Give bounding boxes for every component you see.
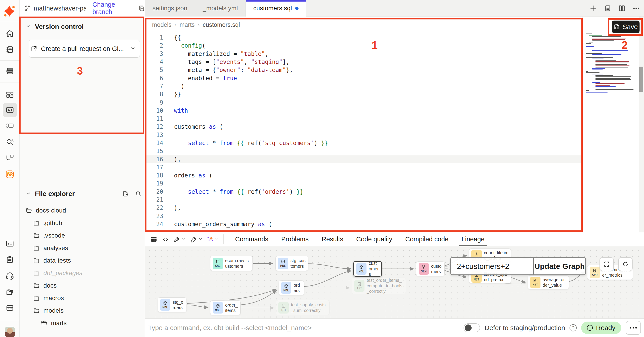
bottom-tab-results[interactable]: Results bbox=[322, 232, 343, 246]
code-line-24[interactable]: 24customer_orders_summary as ( bbox=[145, 220, 582, 228]
code-line-10[interactable]: 10with bbox=[145, 107, 582, 115]
code-line-17[interactable]: 17 bbox=[145, 163, 582, 171]
command-input[interactable]: Type a command, ex. dbt build --select <… bbox=[148, 324, 464, 332]
lineage-node-stg_customers[interactable]: MDLstg_customers bbox=[276, 256, 308, 271]
code-line-1[interactable]: 1{{ bbox=[145, 33, 582, 41]
code-line-22[interactable]: 22), bbox=[145, 204, 582, 212]
code-line-19[interactable]: 19 bbox=[145, 179, 582, 188]
lineage-node-customers[interactable]: MDLcustomers bbox=[353, 261, 382, 277]
terminal-icon[interactable] bbox=[3, 236, 17, 251]
code-line-13[interactable]: 13 bbox=[145, 131, 582, 139]
results-table-icon[interactable] bbox=[148, 234, 160, 245]
code-line-8[interactable]: 8}} bbox=[145, 90, 582, 98]
code-line-9[interactable]: 9 bbox=[145, 98, 582, 106]
code-line-15[interactable]: 15 bbox=[145, 147, 582, 155]
code-line-12[interactable]: 12customers as ( bbox=[145, 123, 582, 131]
compile-code-icon[interactable] bbox=[160, 234, 171, 245]
tree-item-.vscode[interactable]: .vscode bbox=[20, 229, 144, 242]
bottom-tab-code-quality[interactable]: Code quality bbox=[356, 232, 392, 246]
tab-settings.json[interactable]: settings.json bbox=[145, 0, 195, 16]
breadcrumb-segment[interactable]: models bbox=[152, 21, 172, 28]
code-line-20[interactable]: 20 select * from {{ ref('orders') }} bbox=[145, 188, 582, 196]
headset-support-icon[interactable] bbox=[3, 269, 17, 283]
update-graph-button[interactable]: Update Graph bbox=[533, 258, 585, 275]
lineage-node-orders[interactable]: MDLorders bbox=[278, 281, 304, 295]
dashboard-icon[interactable] bbox=[3, 88, 17, 102]
code-editor-icon[interactable] bbox=[3, 103, 17, 117]
scrollbar-thumb[interactable] bbox=[639, 67, 643, 92]
tree-item-docs-cloud[interactable]: docs-cloud bbox=[20, 204, 144, 217]
new-tab-icon[interactable] bbox=[588, 3, 598, 13]
save-button[interactable]: Save bbox=[612, 20, 640, 33]
create-pr-caret[interactable] bbox=[126, 40, 140, 57]
command-more-button[interactable] bbox=[626, 321, 641, 335]
defer-toggle[interactable] bbox=[464, 323, 480, 332]
dbt-fusion-atom-icon[interactable] bbox=[3, 167, 17, 181]
user-avatar[interactable] bbox=[5, 327, 15, 337]
tree-item-macros[interactable]: macros bbox=[20, 292, 144, 304]
home-icon[interactable] bbox=[3, 26, 17, 41]
clipboard-icon[interactable] bbox=[3, 253, 17, 267]
folder-stack-icon[interactable] bbox=[3, 285, 17, 299]
code-line-11[interactable]: 11 bbox=[145, 115, 582, 123]
code-line-4[interactable]: 4 tags = ["events", "staging"], bbox=[145, 58, 582, 66]
code-line-6[interactable]: 6 enabled = true bbox=[145, 74, 582, 82]
tree-item-.github[interactable]: .github bbox=[20, 217, 144, 229]
bottom-tab-commands[interactable]: Commands bbox=[235, 232, 268, 246]
code-editor[interactable]: models›marts›customers.sql 1{{2 config(3… bbox=[145, 16, 582, 232]
editor-scrollbar[interactable] bbox=[639, 16, 644, 232]
bottom-tab-lineage[interactable]: Lineage bbox=[462, 232, 484, 246]
lineage-selector-input[interactable]: 2+customers+2 bbox=[451, 258, 533, 275]
tree-item-models[interactable]: models bbox=[20, 304, 144, 317]
tree-item-analyses[interactable]: analyses bbox=[20, 242, 144, 254]
ai-wand-icon[interactable] bbox=[204, 234, 216, 245]
lineage-canvas[interactable]: SRCecom.raw_customersMDLstg_customersMDL… bbox=[145, 246, 644, 319]
tree-item-data-tests[interactable]: data-tests bbox=[20, 254, 144, 267]
refresh-button[interactable] bbox=[618, 257, 632, 271]
fullscreen-button[interactable] bbox=[600, 257, 614, 271]
lineage-node-customers[interactable]: SEMcustomers bbox=[416, 262, 444, 276]
split-editor-icon[interactable] bbox=[617, 3, 626, 13]
format-options-chevron[interactable] bbox=[198, 237, 203, 242]
code-line-14[interactable]: 14 select * from {{ ref('stg_customers')… bbox=[145, 139, 582, 147]
copy-icon[interactable] bbox=[138, 4, 145, 12]
help-icon[interactable]: ? bbox=[570, 324, 577, 332]
notebook-icon[interactable] bbox=[3, 42, 17, 57]
build-options-chevron[interactable] bbox=[182, 237, 186, 242]
create-pr-button[interactable]: Create a pull request on Gi... bbox=[29, 40, 126, 57]
tab-customers.sql[interactable]: customers.sql bbox=[246, 0, 306, 16]
lineage-node-ecom.raw_customers[interactable]: SRCecom.raw_customers bbox=[210, 256, 253, 271]
tab-_models.yml[interactable]: _models.yml bbox=[195, 0, 246, 16]
breadcrumb-segment[interactable]: marts bbox=[180, 21, 195, 28]
breadcrumb-segment[interactable]: customers.sql bbox=[203, 21, 240, 28]
code-line-2[interactable]: 2 config( bbox=[145, 41, 582, 50]
code-line-5[interactable]: 5 meta = {"owner": "data-team"}, bbox=[145, 66, 582, 74]
dbt-logo-icon[interactable] bbox=[3, 5, 16, 17]
code-line-3[interactable]: 3 materialized = "table", bbox=[145, 50, 582, 58]
code-line-18[interactable]: 18orders as ( bbox=[145, 171, 582, 179]
create-pr-split-button[interactable]: Create a pull request on Gi... bbox=[28, 40, 140, 58]
catalog-search-icon[interactable] bbox=[3, 135, 17, 149]
tree-item-marts[interactable]: marts bbox=[20, 317, 144, 330]
lineage-node-order_items[interactable]: MDLorder_items bbox=[210, 300, 240, 315]
storage-box-icon[interactable] bbox=[3, 301, 17, 315]
change-branch-link[interactable]: Change branch bbox=[92, 1, 132, 16]
stack-icon[interactable] bbox=[3, 64, 17, 78]
lineage-node-test_supply_costs_sum_correctly[interactable]: TSTtest_supply_costs_sum_correctly bbox=[276, 300, 330, 315]
bottom-tab-compiled-code[interactable]: Compiled code bbox=[405, 232, 448, 246]
file-explorer-header[interactable]: File explorer bbox=[26, 188, 142, 199]
changed-files-panel-icon[interactable] bbox=[603, 3, 612, 13]
bottom-tab-problems[interactable]: Problems bbox=[281, 232, 309, 246]
build-wrench-icon[interactable] bbox=[171, 234, 183, 245]
code-line-21[interactable]: 21 bbox=[145, 196, 582, 204]
tree-item-docs[interactable]: docs bbox=[20, 279, 144, 292]
version-control-header[interactable]: Version control bbox=[26, 23, 84, 30]
lineage-node-stg_orders[interactable]: MDLstg_orders bbox=[158, 298, 187, 312]
more-options-icon[interactable] bbox=[632, 3, 641, 13]
lineage-node-test_order_items_compute_to_bools[interactable]: TSTtest_order_items_compute_to_bools _co… bbox=[352, 278, 406, 294]
code-line-7[interactable]: 7 ) bbox=[145, 82, 582, 90]
new-file-icon[interactable] bbox=[122, 190, 129, 197]
code-content[interactable]: 1{{2 config(3 materialized = "table",4 t… bbox=[145, 33, 582, 228]
search-icon[interactable] bbox=[135, 190, 142, 197]
flow-icon[interactable] bbox=[3, 151, 17, 165]
